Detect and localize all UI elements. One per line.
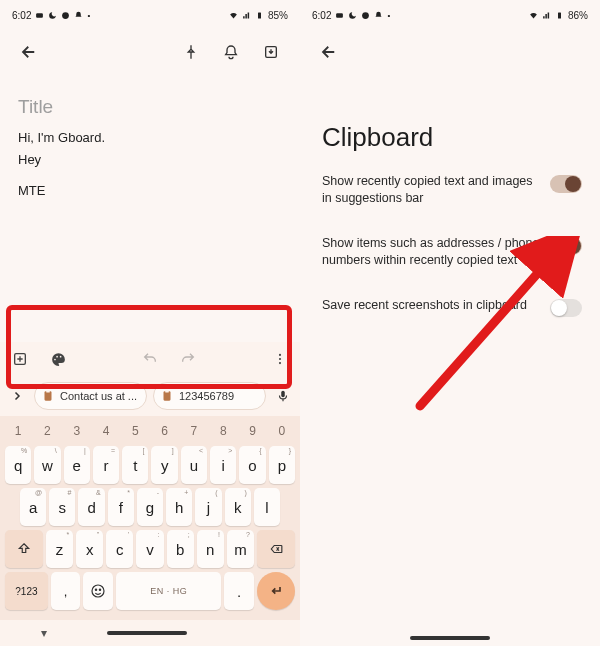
toggle-switch[interactable] — [550, 237, 582, 255]
status-bar: 6:02 • 85% — [0, 0, 300, 30]
right-phone-pane: 6:02 • 86% Clipboard Show recently copie… — [300, 0, 600, 646]
key-o[interactable]: o{ — [239, 446, 265, 484]
keyboard-clipboard-bar: Contact us at ... 123456789 — [0, 376, 300, 416]
setting-row[interactable]: Show recently copied text and images in … — [300, 159, 600, 221]
key-6[interactable]: 6 — [151, 420, 177, 442]
key-m[interactable]: m? — [227, 530, 254, 568]
svg-point-10 — [279, 362, 281, 364]
key-u[interactable]: u< — [181, 446, 207, 484]
svg-point-1 — [63, 12, 70, 19]
key-r[interactable]: r= — [93, 446, 119, 484]
key-c[interactable]: c' — [106, 530, 133, 568]
signal-icon — [542, 11, 551, 20]
enter-key[interactable] — [257, 572, 295, 610]
status-bar: 6:02 • 86% — [300, 0, 600, 30]
setting-row[interactable]: Save recent screenshots in clipboard — [300, 283, 600, 331]
key-3[interactable]: 3 — [64, 420, 90, 442]
keyboard-row: q%w\e|r=t[y]u<i>o{p} — [3, 446, 297, 484]
key-g[interactable]: g- — [137, 488, 163, 526]
key-5[interactable]: 5 — [122, 420, 148, 442]
more-vert-icon[interactable] — [270, 349, 290, 369]
clipboard-suggestion-pill[interactable]: Contact us at ... — [34, 382, 147, 410]
key-i[interactable]: i> — [210, 446, 236, 484]
gesture-nav-pill[interactable] — [107, 631, 187, 635]
app-bar — [300, 30, 600, 74]
palette-icon[interactable] — [48, 349, 68, 369]
key-l[interactable]: l — [254, 488, 280, 526]
key-8[interactable]: 8 — [210, 420, 236, 442]
note-title-placeholder[interactable]: Title — [0, 74, 300, 124]
key-v[interactable]: v: — [136, 530, 163, 568]
svg-rect-11 — [45, 391, 52, 400]
key-y[interactable]: y] — [151, 446, 177, 484]
reminder-button[interactable] — [216, 37, 246, 67]
svg-rect-19 — [337, 13, 344, 18]
key-q[interactable]: q% — [5, 446, 31, 484]
back-button[interactable] — [14, 37, 44, 67]
svg-point-5 — [54, 358, 56, 360]
key-w[interactable]: w\ — [34, 446, 60, 484]
clipboard-icon — [160, 389, 174, 403]
key-j[interactable]: j( — [195, 488, 221, 526]
space-key[interactable]: EN · HG — [116, 572, 221, 610]
keyboard-toolbar — [0, 342, 300, 376]
pin-button[interactable] — [176, 37, 206, 67]
archive-button[interactable] — [256, 37, 286, 67]
note-body[interactable]: Hi, I'm Gboard. Hey MTE — [0, 124, 300, 207]
redo-icon[interactable] — [178, 349, 198, 369]
key-a[interactable]: a@ — [20, 488, 46, 526]
key-p[interactable]: p} — [269, 446, 295, 484]
symbols-key[interactable]: ?123 — [5, 572, 48, 610]
keyboard-hide-caret-icon[interactable]: ▾ — [41, 626, 47, 640]
bell-icon — [74, 11, 83, 20]
key-h[interactable]: h+ — [166, 488, 192, 526]
left-phone-pane: 6:02 • 85% Title Hi, I'm Gboard — [0, 0, 300, 646]
battery-icon — [555, 11, 564, 20]
clipboard-suggestion-pill[interactable]: 123456789 — [153, 382, 266, 410]
voice-input-button[interactable] — [272, 382, 294, 410]
key-9[interactable]: 9 — [239, 420, 265, 442]
setting-row[interactable]: Show items such as addresses / phone num… — [300, 221, 600, 283]
key-2[interactable]: 2 — [34, 420, 60, 442]
add-tool-icon[interactable] — [10, 349, 30, 369]
svg-point-7 — [59, 355, 61, 357]
note-line: Hey — [18, 150, 282, 170]
comma-key[interactable]: , — [51, 572, 81, 610]
key-1[interactable]: 1 — [5, 420, 31, 442]
period-key[interactable]: . — [224, 572, 254, 610]
key-k[interactable]: k) — [225, 488, 251, 526]
app-bar — [0, 30, 300, 74]
gesture-nav-pill[interactable] — [410, 636, 490, 640]
key-t[interactable]: t[ — [122, 446, 148, 484]
key-f[interactable]: f* — [108, 488, 134, 526]
toggle-switch[interactable] — [550, 175, 582, 193]
back-button[interactable] — [314, 37, 344, 67]
svg-rect-13 — [164, 391, 171, 400]
emoji-key[interactable] — [83, 572, 113, 610]
svg-rect-0 — [37, 13, 44, 18]
key-b[interactable]: b; — [167, 530, 194, 568]
backspace-key[interactable] — [257, 530, 295, 568]
note-line: Hi, I'm Gboard. — [18, 128, 282, 148]
key-x[interactable]: x" — [76, 530, 103, 568]
key-7[interactable]: 7 — [181, 420, 207, 442]
system-nav-bar: ▾ — [0, 620, 300, 646]
key-z[interactable]: z* — [46, 530, 73, 568]
toggle-switch[interactable] — [550, 299, 582, 317]
svg-point-9 — [279, 358, 281, 360]
youtube-icon — [35, 11, 44, 20]
page-title: Clipboard — [300, 74, 600, 159]
spotify-icon — [361, 11, 370, 20]
key-e[interactable]: e| — [64, 446, 90, 484]
setting-label: Save recent screenshots in clipboard — [322, 297, 540, 314]
system-nav-bar — [300, 636, 600, 640]
svg-point-17 — [96, 589, 97, 590]
key-0[interactable]: 0 — [269, 420, 295, 442]
undo-icon[interactable] — [140, 349, 160, 369]
key-4[interactable]: 4 — [93, 420, 119, 442]
shift-key[interactable] — [5, 530, 43, 568]
key-n[interactable]: n! — [197, 530, 224, 568]
key-s[interactable]: s# — [49, 488, 75, 526]
expand-chevron-button[interactable] — [6, 382, 28, 410]
key-d[interactable]: d& — [78, 488, 104, 526]
